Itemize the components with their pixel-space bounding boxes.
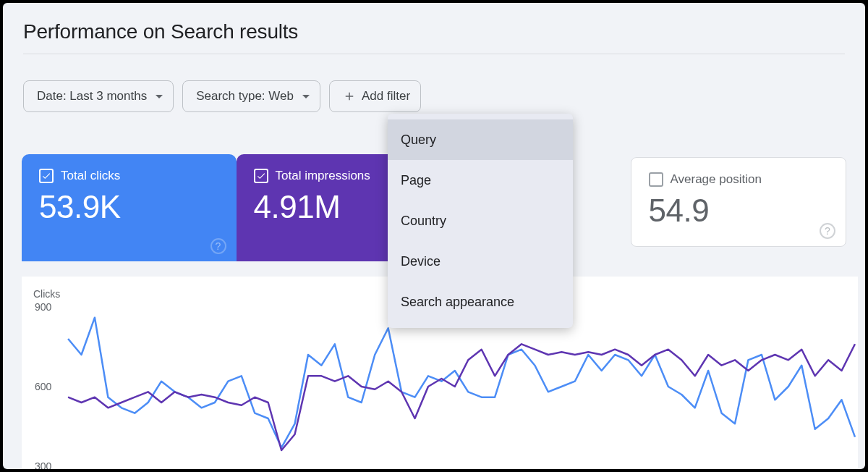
chart-y-tick: 300 (35, 460, 52, 469)
card-label: Total impressions (276, 169, 370, 183)
card-total-clicks[interactable]: Total clicks 53.9K ? (22, 154, 237, 261)
card-value: 53.9K (39, 189, 219, 225)
filter-menu-item[interactable]: Page (388, 160, 573, 201)
card-label: Average position (671, 172, 762, 187)
page-title: Performance on Search results (23, 20, 845, 43)
chart-y-tick: 900 (35, 301, 52, 313)
card-value: 54.9 (649, 193, 829, 229)
filter-menu-item[interactable]: Device (388, 241, 573, 282)
checkbox-unchecked-icon (649, 172, 663, 187)
date-filter-chip[interactable]: Date: Last 3 months (23, 80, 174, 112)
checkbox-checked-icon (39, 169, 54, 183)
add-filter-menu: QueryPageCountryDeviceSearch appearance (388, 114, 573, 328)
chevron-down-icon (302, 95, 310, 98)
add-filter-button[interactable]: Add filter (329, 80, 421, 112)
plus-icon (343, 90, 356, 103)
chart-series-line (68, 344, 855, 450)
filter-menu-item[interactable]: Search appearance (388, 282, 573, 322)
header-divider (23, 54, 845, 54)
chart-series-line (68, 318, 855, 448)
help-icon[interactable]: ? (820, 223, 835, 239)
date-filter-label: Date: Last 3 months (37, 89, 147, 104)
help-icon[interactable]: ? (210, 238, 226, 254)
search-type-label: Search type: Web (196, 89, 294, 104)
search-type-chip[interactable]: Search type: Web (182, 80, 320, 112)
add-filter-label: Add filter (362, 89, 410, 104)
filter-menu-item[interactable]: Query (388, 119, 573, 160)
card-label: Total clicks (61, 169, 120, 183)
card-average-position[interactable]: Average position 54.9 ? (631, 157, 847, 247)
checkbox-checked-icon (254, 169, 268, 183)
chart-y-tick: 600 (35, 381, 52, 392)
filter-menu-item[interactable]: Country (388, 201, 573, 241)
chevron-down-icon (156, 95, 163, 98)
filter-bar: Date: Last 3 months Search type: Web Add… (3, 63, 865, 112)
